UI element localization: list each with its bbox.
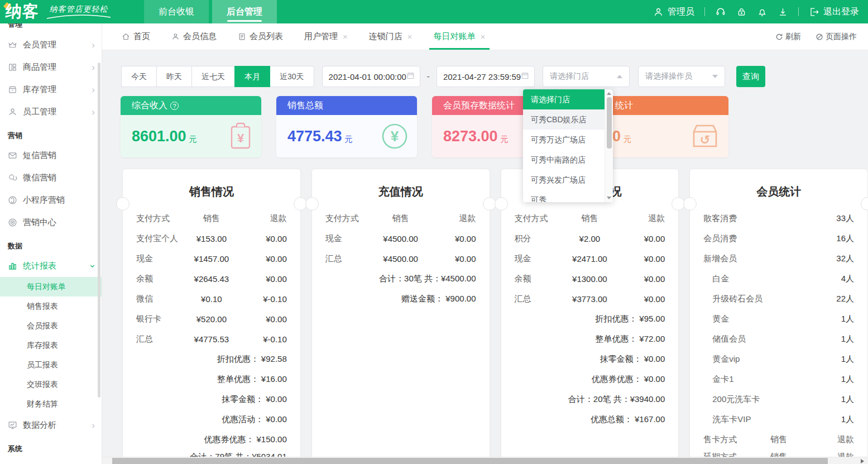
dropdown-scrollbar[interactable] [605,89,613,202]
horizontal-scrollbar[interactable] [102,457,868,464]
panel-line: 洗车卡VIP 1人 [690,409,867,429]
sidebar-item-sms-marketing[interactable]: 短信营销 [0,144,102,166]
panel-line: 微信 ¥0.10 ¥-0.10 [123,289,300,309]
nav-backoffice-button[interactable]: 后台管理 [212,0,277,23]
sidebar-item-inventory-management[interactable]: 库存管理 › [0,78,102,101]
logout-button[interactable]: 退出登录 [809,6,859,18]
download-icon[interactable] [778,7,788,17]
store-option[interactable]: 可秀CBD娱乐店 [523,109,613,130]
scroll-down-icon[interactable] [607,197,611,199]
panel-line: 黄金vip 1人 [690,349,867,369]
tagline-swoosh [46,15,112,20]
circle-yen-icon: ¥ [380,122,409,153]
goods-icon [8,63,17,72]
store-option[interactable]: 可秀兴发广场店 [523,170,613,190]
sidebar-item-miniprogram-marketing[interactable]: 小程序营销 [0,189,102,211]
sidebar-group-marketing: 营销 [0,123,102,144]
card-unit: 元 [345,128,353,145]
lock-icon[interactable] [736,7,747,17]
support-headset-icon[interactable] [715,6,726,17]
panel-line: 支付宝个人 ¥153.00 ¥0.00 [123,228,300,248]
quick-range-button[interactable]: 近七天 [191,66,235,87]
card-title: 销售总额 [287,100,323,112]
sidebar-item-statistics-reports[interactable]: 统计报表 › [0,255,102,277]
sidebar-subitem-report[interactable]: 财务结算 [0,394,102,414]
panel-line: 现金 ¥1457.00 ¥0.00 [123,248,300,269]
tab-member-info[interactable]: 会员信息 [171,23,217,50]
panel-line: 会员消费 16人 [690,228,867,248]
store-option[interactable]: 可秀 [523,190,613,202]
refresh-button[interactable]: 刷新 [775,32,801,42]
tab-user-management[interactable]: 用户管理 × [304,23,348,50]
panel-line: 支付方式 销售 退款 [312,208,490,228]
sidebar-subitem-report[interactable]: 会员报表 [0,316,102,336]
panel-line: 汇总 ¥4500.00 ¥0.00 [312,248,490,269]
svg-text:¥: ¥ [391,128,399,145]
top-nav: 前台收银 后台管理 [144,0,280,23]
quick-range-button[interactable]: 昨天 [156,66,192,87]
chevron-down-icon: › [89,264,98,267]
scrollbar-thumb[interactable] [112,458,828,464]
panel-line: 现金 ¥2471.00 ¥0.00 [501,248,679,269]
card-title: 综合收入 [132,100,167,112]
bar-chart-icon [8,261,17,271]
panel-line: 优惠券优惠： ¥0.00 [501,369,679,389]
panel-line: 现金 ¥4500.00 ¥0.00 [312,228,490,248]
operator-select[interactable]: 请选择操作员 [638,66,725,87]
tab-daily-reconciliation[interactable]: 每日对账单 × [434,23,486,50]
date-to-input[interactable]: 2021-04-27 23:59:59 [437,66,535,87]
scroll-right-icon[interactable] [861,459,864,463]
stat-card-total-income: 综合收入 8601.00 元 ¥ [121,96,261,157]
scroll-up-icon[interactable] [607,92,611,95]
store-option[interactable]: 请选择门店 [523,89,613,109]
store-select[interactable]: 请选择门店 [543,66,630,87]
sidebar-subitem-report[interactable]: 销售报表 [0,296,102,316]
tab-member-list[interactable]: 会员列表 [238,23,283,50]
scrollbar-thumb[interactable] [607,97,612,149]
search-button[interactable]: 查询 [736,66,765,87]
sidebar-item-staff-management[interactable]: 员工管理 › [0,101,102,123]
target-icon [8,218,17,227]
close-icon[interactable]: × [407,32,413,41]
panel-line: 赠送金额： ¥900.00 [312,289,490,309]
card-value: 4775.43 [287,128,342,145]
sidebar-item-goods-management[interactable]: 商品管理 › [0,56,102,78]
sidebar-subitem-report[interactable]: 每日对账单 [0,277,102,296]
card-unit: 元 [624,128,631,145]
quick-range-button[interactable]: 近30天 [270,66,314,87]
current-user[interactable]: 管理员 [653,6,694,18]
page-operations-button[interactable]: 页面操作 [816,32,857,42]
panel-sales: 销售情况 支付方式 销售 退款 支付宝个人 ¥153.00 ¥0.00 [122,169,301,464]
close-icon[interactable]: × [481,32,486,41]
monitor-icon [8,420,17,430]
store-option[interactable]: 可秀中南路的店 [523,150,613,170]
chevron-right-icon: › [92,63,95,72]
chevron-right-icon: › [92,420,95,430]
sidebar-subitem-report[interactable]: 交班报表 [0,375,102,394]
panel-line: 整单优惠： ¥72.00 [501,329,679,349]
card-unit: 元 [189,128,197,145]
sidebar-item-data-analysis[interactable]: 数据分析 › [0,414,102,436]
filter-bar: 今天 昨天 近七天 本月 近30天 2021-04-01 00:00:00 - … [122,66,868,87]
chevron-right-icon: › [92,40,95,50]
bell-icon[interactable] [757,7,768,17]
chevron-right-icon: › [92,85,95,94]
nav-front-desk-button[interactable]: 前台收银 [144,0,209,23]
sidebar-item-marketing-center[interactable]: 营销中心 [0,211,102,233]
help-icon[interactable] [170,102,179,110]
sidebar-subitem-report[interactable]: 员工报表 [0,355,102,375]
quick-range-button[interactable]: 本月 [234,66,270,87]
quick-range-button[interactable]: 今天 [121,66,157,87]
tab-chain-stores[interactable]: 连锁门店 × [369,23,413,50]
close-icon[interactable]: × [343,32,348,41]
sidebar-item-member-management[interactable]: 会员管理 › [0,34,102,56]
date-from-input[interactable]: 2021-04-01 00:00:00 [322,66,420,87]
tab-home[interactable]: 首页 [122,23,150,50]
panel-line: 优惠活动： ¥0.00 [123,409,300,429]
panel-line: 汇总 ¥4775.53 ¥-0.10 [123,329,300,349]
sidebar-subitem-report[interactable]: 库存报表 [0,336,102,355]
sidebar-item-wechat-marketing[interactable]: 微信营销 [0,166,102,189]
sidebar-scrollbar[interactable] [98,63,100,398]
user-icon [653,7,664,17]
store-option[interactable]: 可秀万达广场店 [523,130,613,150]
